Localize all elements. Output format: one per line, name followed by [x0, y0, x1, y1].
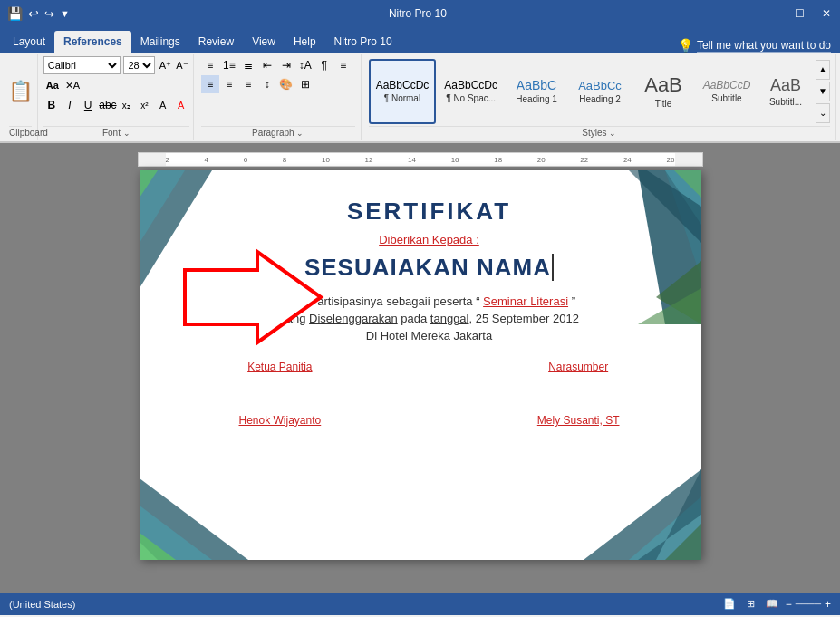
styles-scroll-up[interactable]: ▲	[816, 60, 830, 80]
win-minimize[interactable]: ─	[758, 0, 786, 27]
style-extra-preview: AaB	[770, 76, 801, 95]
font-face-select[interactable]: Calibri	[43, 56, 121, 74]
font-color-btn[interactable]: A	[173, 96, 189, 114]
style-nospace-label: ¶ No Spac...	[446, 93, 496, 103]
ribbon-body: 📋 Clipboard Calibri 28 A⁺ A⁻ Aa ✕A B I U…	[0, 53, 840, 143]
view-full-btn[interactable]: ⊞	[743, 596, 758, 612]
doc-area: 2 4 6 8 10 12 14 16 18 20 22 24 26	[0, 143, 840, 593]
lightbulb-icon: 💡	[678, 38, 693, 53]
shading-btn[interactable]: 🎨	[277, 75, 295, 93]
font-shrink-btn[interactable]: A⁻	[175, 56, 189, 74]
style-h1-preview: AaBbC	[517, 78, 556, 92]
quick-undo[interactable]: ↩	[28, 6, 39, 21]
cert-sig1-name: Henok Wijayanto	[239, 414, 322, 427]
bullets-btn[interactable]: ≡	[201, 56, 219, 74]
ruler: 2 4 6 8 10 12 14 16 18 20 22 24 26	[138, 152, 703, 167]
svg-marker-18	[185, 252, 321, 342]
subscript-btn[interactable]: x₂	[118, 96, 134, 114]
style-extra[interactable]: AaB Subtitl...	[759, 59, 812, 124]
styles-expand[interactable]: ⌄	[816, 103, 830, 123]
title-bar: 💾 ↩ ↪ ▼ Nitro Pro 10 ─ ☐ ✕	[0, 0, 840, 27]
tab-mailings[interactable]: Mailings	[131, 31, 189, 53]
style-h1-label: Heading 1	[516, 94, 557, 104]
align-right-btn[interactable]: ≡	[220, 75, 238, 93]
style-normal-preview: AaBbCcDc	[376, 79, 430, 92]
align-center-btn[interactable]: ≡	[201, 75, 219, 93]
certificate-page: SERTIFIKAT Diberikan Kepada : SESUAIAKAN…	[140, 170, 701, 560]
strikethrough-btn[interactable]: abc	[98, 96, 116, 114]
show-para-btn[interactable]: ¶	[315, 56, 333, 74]
group-font: Calibri 28 A⁺ A⁻ Aa ✕A B I U abc x₂ x² A…	[40, 54, 194, 140]
font-grow-btn[interactable]: A⁺	[158, 56, 172, 74]
view-read-btn[interactable]: 📖	[762, 596, 782, 612]
borders-btn[interactable]: ⊞	[296, 75, 314, 93]
superscript-btn[interactable]: x²	[136, 96, 152, 114]
align-left-btn[interactable]: ≡	[334, 56, 352, 74]
group-font-label: Font ⌄	[43, 126, 189, 138]
bold-btn[interactable]: B	[43, 96, 60, 114]
style-heading1[interactable]: AaBbC Heading 1	[506, 59, 567, 124]
sort-btn[interactable]: ↕A	[296, 56, 314, 74]
style-title-label: Title	[655, 99, 672, 109]
multilevel-btn[interactable]: ≣	[239, 56, 257, 74]
style-h2-label: Heading 2	[579, 94, 621, 104]
app-title: Nitro Pro 10	[77, 7, 758, 20]
tab-nitro[interactable]: Nitro Pro 10	[325, 31, 401, 53]
font-size-select[interactable]: 28	[123, 56, 155, 74]
style-subtitle-preview: AaBbCcD	[703, 79, 751, 92]
font-case-btn[interactable]: Aa	[43, 76, 62, 94]
cert-sig2-title: Narasumber	[537, 361, 620, 373]
style-title[interactable]: AaB Title	[632, 59, 694, 124]
increase-indent-btn[interactable]: ⇥	[277, 56, 295, 74]
zoom-in-btn[interactable]: +	[825, 598, 831, 611]
style-title-preview: AaB	[644, 73, 682, 97]
cert-title: SERTIFIKAT	[212, 198, 647, 226]
decrease-indent-btn[interactable]: ⇤	[258, 56, 276, 74]
italic-btn[interactable]: I	[62, 96, 78, 114]
zoom-out-btn[interactable]: −	[786, 598, 792, 611]
justify-btn[interactable]: ≡	[239, 75, 257, 93]
win-close[interactable]: ✕	[813, 0, 840, 27]
quick-save[interactable]: 💾	[7, 6, 23, 21]
style-normal[interactable]: AaBbCcDc ¶ Normal	[369, 59, 437, 124]
group-paragraph-label: Paragraph ⌄	[201, 126, 355, 138]
style-nospace[interactable]: AaBbCcDc ¶ No Spac...	[438, 59, 504, 124]
highlight-btn[interactable]: A	[155, 96, 171, 114]
quick-redo[interactable]: ↪	[44, 7, 54, 21]
styles-scroll-down[interactable]: ▼	[816, 82, 830, 101]
line-spacing-btn[interactable]: ↕	[258, 75, 276, 93]
tab-help[interactable]: Help	[285, 31, 325, 53]
cert-sig2-name: Mely Susanti, ST	[537, 414, 620, 427]
zoom-slider[interactable]: ────	[796, 599, 821, 609]
cert-sig-left: Ketua Panitia Henok Wijayanto	[239, 361, 322, 427]
cert-sig-right: Narasumber Mely Susanti, ST	[537, 361, 620, 427]
clear-format-btn[interactable]: ✕A	[63, 76, 82, 94]
status-bar: (United States) 📄 ⊞ 📖 − ──── +	[0, 593, 840, 615]
style-heading2[interactable]: AaBbCc Heading 2	[569, 59, 631, 124]
tab-view[interactable]: View	[243, 31, 285, 53]
corner-br	[584, 469, 701, 560]
win-maximize[interactable]: ☐	[786, 0, 813, 27]
quick-expand[interactable]: ▼	[60, 8, 70, 19]
style-subtitle[interactable]: AaBbCcD Subtitle	[696, 59, 758, 124]
view-print-btn[interactable]: 📄	[719, 596, 739, 612]
tell-me-input[interactable]: Tell me what you want to do	[697, 39, 831, 53]
language-indicator[interactable]: (United States)	[9, 599, 75, 610]
tab-layout[interactable]: Layout	[4, 31, 54, 53]
group-clipboard: 📋 Clipboard	[4, 54, 38, 140]
style-extra-label: Subtitl...	[769, 97, 802, 107]
arrow-annotation	[149, 243, 330, 363]
group-clipboard-label: Clipboard	[9, 126, 32, 138]
corner-bl	[140, 478, 248, 560]
underline-btn[interactable]: U	[80, 96, 96, 114]
paste-icon[interactable]: 📋	[8, 80, 33, 103]
group-paragraph: ≡ 1≡ ≣ ⇤ ⇥ ↕A ¶ ≡ ≡ ≡ ≡ ↕ 🎨 ⊞ Paragraph …	[196, 54, 362, 140]
group-styles: AaBbCcDc ¶ Normal AaBbCcDc ¶ No Spac... …	[363, 54, 836, 140]
tab-review[interactable]: Review	[189, 31, 243, 53]
ribbon-tabs-row: Layout References Mailings Review View H…	[0, 27, 840, 53]
tab-references[interactable]: References	[54, 31, 131, 53]
numbering-btn[interactable]: 1≡	[220, 56, 238, 74]
style-subtitle-label: Subtitle	[711, 93, 741, 103]
style-normal-label: ¶ Normal	[384, 93, 420, 103]
cert-signatories: Ketua Panitia Henok Wijayanto Narasumber…	[212, 361, 647, 427]
